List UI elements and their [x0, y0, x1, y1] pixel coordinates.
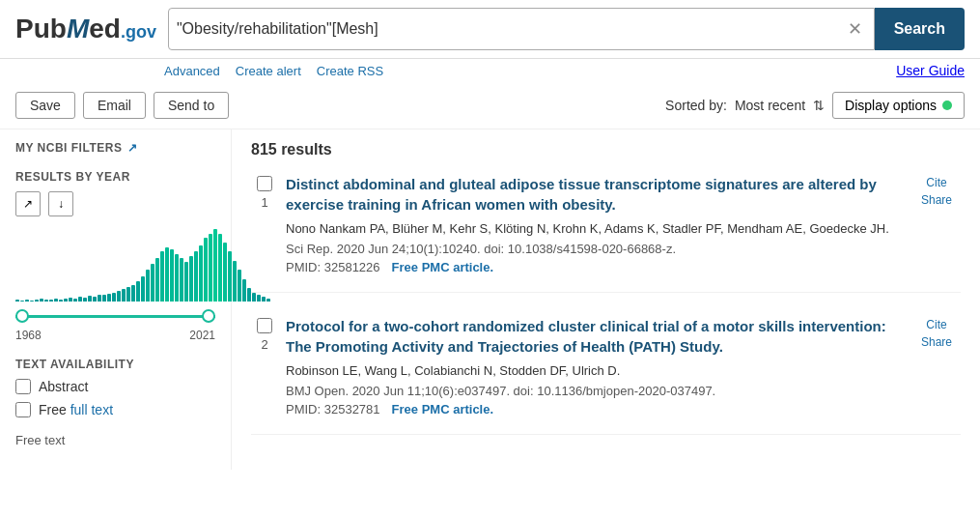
- article-2-journal: BMJ Open. 2020 Jun 11;10(6):e037497. doi…: [286, 384, 905, 398]
- article-2: 2 Protocol for a two-cohort randomized c…: [251, 316, 961, 435]
- article-2-body: Protocol for a two-cohort randomized clu…: [286, 316, 905, 416]
- create-rss-link[interactable]: Create RSS: [317, 64, 383, 78]
- article-2-share-button[interactable]: Share: [912, 335, 961, 349]
- expand-chart-button[interactable]: ↗: [15, 191, 41, 216]
- chart-bar: [170, 249, 174, 302]
- create-alert-link[interactable]: Create alert: [236, 64, 301, 78]
- year-end: 2021: [189, 329, 215, 342]
- logo-dotgov: .gov: [121, 22, 156, 43]
- article-2-number: 2: [261, 337, 267, 352]
- free-full-text-checkbox[interactable]: [15, 402, 31, 417]
- display-options-indicator: [942, 101, 952, 110]
- chart-bar: [146, 270, 150, 302]
- chart-bar: [83, 298, 87, 302]
- slider-container: [15, 309, 215, 325]
- sort-area: Sorted by: Most recent ⇅ Display options: [665, 92, 965, 119]
- chart-bar: [223, 243, 227, 302]
- chart-bar: [151, 264, 154, 302]
- text-availability-section: TEXT AVAILABILITY Abstract Free full tex…: [15, 358, 215, 455]
- advanced-link[interactable]: Advanced: [164, 64, 220, 78]
- article-1-journal: Sci Rep. 2020 Jun 24;10(1):10240. doi: 1…: [286, 242, 905, 256]
- logo-ed: ed: [89, 14, 121, 44]
- chart-bar: [126, 287, 130, 302]
- chart-bar: [30, 301, 34, 302]
- user-guide-link[interactable]: User Guide: [896, 63, 965, 78]
- chart-bar: [98, 295, 101, 302]
- text-availability-title: TEXT AVAILABILITY: [15, 358, 215, 371]
- chart-bar: [160, 251, 164, 302]
- search-input[interactable]: [177, 20, 844, 38]
- search-bar: ✕ Search: [168, 8, 965, 50]
- article-2-cite-button[interactable]: Cite: [912, 318, 961, 331]
- year-range: 1968 2021: [15, 329, 215, 342]
- my-ncbi-filters-title: MY NCBI FILTERS ↗: [15, 141, 215, 155]
- sub-links-row: Advanced Create alert Create RSS User Gu…: [0, 59, 980, 82]
- abstract-checkbox[interactable]: [15, 379, 31, 394]
- chart-bar: [180, 258, 183, 302]
- article-1-title[interactable]: Distinct abdominal and gluteal adipose t…: [286, 174, 905, 215]
- full-text-link[interactable]: full text: [70, 402, 113, 417]
- article-1-share-button[interactable]: Share: [912, 193, 961, 207]
- chart-bar: [175, 254, 179, 302]
- clear-search-button[interactable]: ✕: [844, 18, 866, 40]
- article-2-actions: Cite Share: [912, 316, 961, 416]
- chart-bar: [247, 288, 251, 302]
- display-options-button[interactable]: Display options: [832, 92, 965, 119]
- chart-bar: [213, 229, 217, 302]
- chart-bar: [141, 276, 145, 302]
- chart-bar: [40, 299, 43, 302]
- chart-bar: [25, 300, 29, 302]
- logo: PubMed.gov: [15, 14, 156, 44]
- send-to-button[interactable]: Send to: [154, 92, 229, 119]
- search-input-container: ✕: [168, 8, 875, 50]
- logo-pub: Pub: [15, 14, 67, 44]
- chart-bar: [49, 300, 53, 302]
- results-area: 815 results 1 Distinct abdominal and glu…: [232, 129, 980, 470]
- chart-bar: [228, 251, 232, 302]
- article-1-body: Distinct abdominal and gluteal adipose t…: [286, 174, 905, 274]
- chart-bar: [204, 238, 208, 302]
- chart-bar: [73, 299, 77, 302]
- article-2-pmc[interactable]: Free PMC article.: [392, 402, 494, 416]
- article-2-authors: Robinson LE, Wang L, Colabianchi N, Stod…: [286, 362, 905, 380]
- article-1-pmc[interactable]: Free PMC article.: [392, 260, 494, 274]
- chart-bar: [102, 295, 106, 302]
- article-1-actions: Cite Share: [912, 174, 961, 274]
- article-2-pmid: PMID: 32532781: [286, 402, 380, 416]
- year-start: 1968: [15, 329, 42, 342]
- save-button[interactable]: Save: [15, 92, 75, 119]
- search-button[interactable]: Search: [875, 8, 965, 50]
- chart-bar: [88, 296, 92, 302]
- chart-bar: [199, 245, 203, 302]
- logo-m-styled: M: [67, 14, 89, 44]
- chart-bar: [233, 261, 237, 302]
- slider-track: [15, 315, 215, 318]
- slider-left-handle[interactable]: [15, 309, 29, 323]
- chart-icons: ↗ ↓: [15, 191, 215, 216]
- article-1-left: 1: [251, 174, 278, 274]
- article-2-checkbox[interactable]: [257, 318, 272, 333]
- article-1-checkbox[interactable]: [257, 176, 272, 191]
- abstract-label: Abstract: [39, 379, 88, 394]
- chart-bar: [194, 251, 198, 302]
- main-content: MY NCBI FILTERS ↗ RESULTS BY YEAR ↗ ↓ 19…: [0, 129, 980, 470]
- sub-links: Advanced Create alert Create RSS: [164, 64, 383, 78]
- free-text-label: Free text: [15, 425, 215, 455]
- chart-bar: [262, 297, 266, 302]
- header: PubMed.gov ✕ Search: [0, 0, 980, 59]
- email-button[interactable]: Email: [83, 92, 146, 119]
- chart-bar: [189, 256, 193, 302]
- chart-bar: [54, 299, 58, 302]
- slider-right-handle[interactable]: [202, 309, 215, 323]
- article-1-cite-button[interactable]: Cite: [912, 176, 961, 189]
- chart-bar: [107, 294, 111, 302]
- chart-bar: [252, 293, 256, 302]
- article-1-authors: Nono Nankam PA, Blüher M, Kehr S, Klötin…: [286, 220, 905, 238]
- chart-bar: [78, 297, 82, 302]
- article-1-meta: PMID: 32581226 Free PMC article.: [286, 260, 905, 274]
- toolbar: Save Email Send to Sorted by: Most recen…: [0, 82, 980, 129]
- article-2-left: 2: [251, 316, 278, 416]
- download-chart-button[interactable]: ↓: [48, 191, 73, 216]
- chart-bar: [93, 297, 97, 302]
- article-2-title[interactable]: Protocol for a two-cohort randomized clu…: [286, 316, 905, 357]
